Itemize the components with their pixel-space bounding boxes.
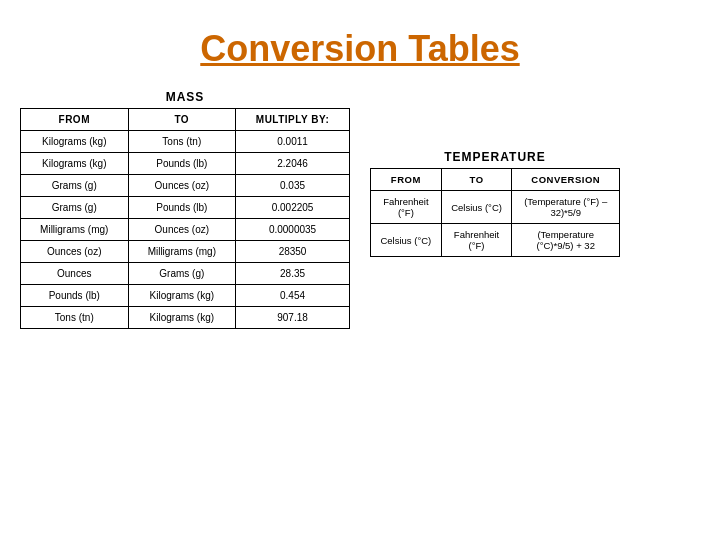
- temp-col-from: FROM: [371, 169, 442, 191]
- temp-cell: Celsius (°C): [371, 224, 442, 257]
- temp-cell: Fahrenheit (°F): [441, 224, 512, 257]
- temperature-table-row: Celsius (°C)Fahrenheit (°F)(Temperature …: [371, 224, 620, 257]
- mass-cell: Ounces (oz): [128, 219, 236, 241]
- mass-col-from: FROM: [21, 109, 129, 131]
- mass-cell: Tons (tn): [21, 307, 129, 329]
- mass-table-row: Tons (tn)Kilograms (kg)907.18: [21, 307, 350, 329]
- temperature-table-body: Fahrenheit (°F)Celsius (°C)(Temperature …: [371, 191, 620, 257]
- mass-table-row: Ounces (oz)Milligrams (mg)28350: [21, 241, 350, 263]
- mass-cell: Grams (g): [21, 197, 129, 219]
- temp-cell: Fahrenheit (°F): [371, 191, 442, 224]
- mass-table-body: Kilograms (kg)Tons (tn)0.0011Kilograms (…: [21, 131, 350, 329]
- temperature-section: TEMPERATURE FROM TO CONVERSION Fahrenhei…: [370, 150, 620, 257]
- mass-table-row: Grams (g)Pounds (lb)0.002205: [21, 197, 350, 219]
- mass-cell: 0.0011: [236, 131, 350, 153]
- mass-cell: Pounds (lb): [128, 197, 236, 219]
- mass-cell: Kilograms (kg): [128, 307, 236, 329]
- mass-cell: 0.454: [236, 285, 350, 307]
- mass-cell: Grams (g): [128, 263, 236, 285]
- temperature-section-title: TEMPERATURE: [370, 150, 620, 164]
- mass-table-row: Pounds (lb)Kilograms (kg)0.454: [21, 285, 350, 307]
- temperature-table: FROM TO CONVERSION Fahrenheit (°F)Celsiu…: [370, 168, 620, 257]
- mass-cell: 907.18: [236, 307, 350, 329]
- mass-cell: 0.035: [236, 175, 350, 197]
- mass-cell: Pounds (lb): [21, 285, 129, 307]
- mass-table-row: Kilograms (kg)Tons (tn)0.0011: [21, 131, 350, 153]
- mass-cell: Kilograms (kg): [21, 131, 129, 153]
- mass-cell: Ounces: [21, 263, 129, 285]
- mass-section-title: MASS: [20, 90, 350, 104]
- content-area: MASS FROM TO MULTIPLY BY: Kilograms (kg)…: [0, 90, 720, 329]
- page-title: Conversion Tables: [0, 0, 720, 90]
- mass-table-row: Milligrams (mg)Ounces (oz)0.0000035: [21, 219, 350, 241]
- mass-col-to: TO: [128, 109, 236, 131]
- temp-cell: (Temperature (°F) – 32)*5/9: [512, 191, 620, 224]
- mass-cell: 28350: [236, 241, 350, 263]
- mass-table-row: Grams (g)Ounces (oz)0.035: [21, 175, 350, 197]
- mass-cell: Ounces (oz): [21, 241, 129, 263]
- mass-table-row: Kilograms (kg)Pounds (lb)2.2046: [21, 153, 350, 175]
- mass-cell: Milligrams (mg): [21, 219, 129, 241]
- temp-cell: Celsius (°C): [441, 191, 512, 224]
- mass-table: FROM TO MULTIPLY BY: Kilograms (kg)Tons …: [20, 108, 350, 329]
- mass-cell: Kilograms (kg): [128, 285, 236, 307]
- mass-cell: 2.2046: [236, 153, 350, 175]
- mass-cell: 0.002205: [236, 197, 350, 219]
- mass-section: MASS FROM TO MULTIPLY BY: Kilograms (kg)…: [20, 90, 350, 329]
- mass-col-multiply: MULTIPLY BY:: [236, 109, 350, 131]
- temperature-table-header: FROM TO CONVERSION: [371, 169, 620, 191]
- mass-cell: 28.35: [236, 263, 350, 285]
- mass-cell: Milligrams (mg): [128, 241, 236, 263]
- temp-cell: (Temperature (°C)*9/5) + 32: [512, 224, 620, 257]
- mass-cell: 0.0000035: [236, 219, 350, 241]
- temperature-table-row: Fahrenheit (°F)Celsius (°C)(Temperature …: [371, 191, 620, 224]
- mass-cell: Ounces (oz): [128, 175, 236, 197]
- temp-col-conversion: CONVERSION: [512, 169, 620, 191]
- mass-table-header: FROM TO MULTIPLY BY:: [21, 109, 350, 131]
- mass-cell: Kilograms (kg): [21, 153, 129, 175]
- temp-col-to: TO: [441, 169, 512, 191]
- mass-cell: Grams (g): [21, 175, 129, 197]
- mass-table-row: OuncesGrams (g)28.35: [21, 263, 350, 285]
- mass-cell: Tons (tn): [128, 131, 236, 153]
- mass-cell: Pounds (lb): [128, 153, 236, 175]
